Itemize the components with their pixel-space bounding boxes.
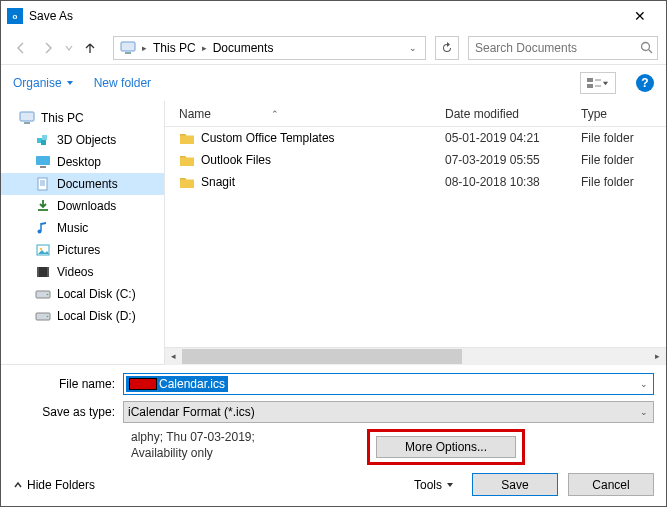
calendar-info-text: alphy; Thu 07-03-2019; Availability only bbox=[131, 429, 351, 461]
file-type: File folder bbox=[581, 153, 666, 167]
tree-item-label: Local Disk (C:) bbox=[57, 287, 136, 301]
tree-item[interactable]: Local Disk (D:) bbox=[1, 305, 164, 327]
tree-item[interactable]: Desktop bbox=[1, 151, 164, 173]
tree-item-label: Music bbox=[57, 221, 88, 235]
pictures-icon bbox=[35, 242, 51, 258]
column-type[interactable]: Type bbox=[581, 107, 666, 121]
scroll-left-button[interactable]: ◂ bbox=[165, 348, 182, 365]
chevron-down-icon bbox=[602, 80, 609, 87]
address-dropdown-icon[interactable]: ⌄ bbox=[403, 43, 423, 53]
horizontal-scrollbar[interactable]: ◂ ▸ bbox=[165, 347, 666, 364]
up-button[interactable] bbox=[78, 36, 102, 60]
tree-item[interactable]: Videos bbox=[1, 261, 164, 283]
file-date: 07-03-2019 05:55 bbox=[445, 153, 581, 167]
view-mode-button[interactable] bbox=[580, 72, 616, 94]
column-headers: Name ⌃ Date modified Type bbox=[165, 101, 666, 127]
command-toolbar: Organise New folder ? bbox=[1, 65, 666, 101]
window-title: Save As bbox=[29, 9, 620, 23]
chevron-down-icon bbox=[446, 481, 454, 489]
folder-icon bbox=[179, 175, 195, 189]
breadcrumb-seg[interactable]: Documents bbox=[209, 37, 278, 59]
svg-rect-7 bbox=[587, 84, 593, 88]
disk-icon bbox=[35, 308, 51, 324]
chevron-down-icon[interactable]: ⌄ bbox=[635, 402, 653, 422]
forward-button[interactable] bbox=[36, 36, 60, 60]
documents-icon bbox=[35, 176, 51, 192]
chevron-up-icon bbox=[13, 480, 23, 490]
tree-item[interactable]: Music bbox=[1, 217, 164, 239]
pc-icon bbox=[116, 37, 140, 59]
search-input[interactable] bbox=[473, 40, 640, 56]
svg-rect-3 bbox=[125, 52, 131, 54]
scroll-track[interactable] bbox=[182, 348, 649, 365]
svg-point-24 bbox=[40, 248, 43, 251]
close-button[interactable]: ✕ bbox=[620, 8, 660, 24]
file-name: Custom Office Templates bbox=[201, 131, 335, 145]
hide-folders-button[interactable]: Hide Folders bbox=[13, 478, 95, 492]
tree-item-label: Documents bbox=[57, 177, 118, 191]
tree-item-label: Pictures bbox=[57, 243, 100, 257]
filename-input[interactable]: Calendar.ics ⌄ bbox=[123, 373, 654, 395]
tree-item-label: Videos bbox=[57, 265, 93, 279]
help-button[interactable]: ? bbox=[636, 74, 654, 92]
tree-root-this-pc[interactable]: This PC bbox=[1, 107, 164, 129]
tree-item[interactable]: 3D Objects bbox=[1, 129, 164, 151]
sort-asc-icon: ⌃ bbox=[271, 109, 279, 119]
tree-item-label: Local Disk (D:) bbox=[57, 309, 136, 323]
form-area: File name: Calendar.ics ⌄ Save as type: … bbox=[1, 365, 666, 465]
new-folder-button[interactable]: New folder bbox=[94, 76, 151, 90]
svg-rect-6 bbox=[587, 78, 593, 82]
file-row[interactable]: Custom Office Templates05-01-2019 04:21F… bbox=[165, 127, 666, 149]
svg-rect-14 bbox=[41, 140, 46, 145]
filename-label: File name: bbox=[13, 377, 123, 391]
save-button[interactable]: Save bbox=[472, 473, 558, 496]
svg-rect-15 bbox=[36, 156, 50, 165]
file-type: File folder bbox=[581, 131, 666, 145]
highlight-box: More Options... bbox=[367, 429, 525, 465]
footer: Hide Folders Tools Save Cancel bbox=[1, 465, 666, 506]
search-box[interactable] bbox=[468, 36, 658, 60]
chevron-right-icon[interactable]: ▸ bbox=[140, 43, 149, 53]
chevron-down-icon bbox=[66, 79, 74, 87]
search-icon bbox=[640, 41, 653, 54]
refresh-button[interactable] bbox=[435, 36, 459, 60]
tree-item[interactable]: Local Disk (C:) bbox=[1, 283, 164, 305]
file-area: Name ⌃ Date modified Type Custom Office … bbox=[164, 101, 666, 364]
scroll-right-button[interactable]: ▸ bbox=[649, 348, 666, 365]
type-label: Save as type: bbox=[13, 405, 123, 419]
svg-rect-27 bbox=[47, 267, 49, 277]
save-type-combo[interactable]: iCalendar Format (*.ics) ⌄ bbox=[123, 401, 654, 423]
chevron-down-icon[interactable]: ⌄ bbox=[635, 374, 653, 394]
file-row[interactable]: Snagit08-10-2018 10:38File folder bbox=[165, 171, 666, 193]
svg-point-29 bbox=[47, 294, 49, 296]
pc-icon bbox=[19, 110, 35, 126]
breadcrumb-seg[interactable]: This PC bbox=[149, 37, 200, 59]
tree-item[interactable]: Pictures bbox=[1, 239, 164, 261]
svg-text:o: o bbox=[13, 12, 18, 21]
address-bar[interactable]: ▸ This PC ▸ Documents ⌄ bbox=[113, 36, 426, 60]
tree-item[interactable]: Downloads bbox=[1, 195, 164, 217]
videos-icon bbox=[35, 264, 51, 280]
scroll-thumb[interactable] bbox=[182, 349, 462, 364]
folder-icon bbox=[179, 153, 195, 167]
svg-rect-2 bbox=[121, 42, 135, 51]
folder-icon bbox=[179, 131, 195, 145]
file-date: 05-01-2019 04:21 bbox=[445, 131, 581, 145]
tools-menu[interactable]: Tools bbox=[414, 478, 454, 492]
svg-rect-26 bbox=[37, 267, 39, 277]
column-date[interactable]: Date modified bbox=[445, 107, 581, 121]
chevron-right-icon[interactable]: ▸ bbox=[200, 43, 209, 53]
more-options-button[interactable]: More Options... bbox=[376, 436, 516, 458]
file-row[interactable]: Outlook Files07-03-2019 05:55File folder bbox=[165, 149, 666, 171]
recent-dropdown-icon[interactable] bbox=[63, 36, 75, 60]
back-button[interactable] bbox=[9, 36, 33, 60]
disk-icon bbox=[35, 286, 51, 302]
organise-menu[interactable]: Organise bbox=[13, 76, 74, 90]
cancel-button[interactable]: Cancel bbox=[568, 473, 654, 496]
tree-item-label: Downloads bbox=[57, 199, 116, 213]
column-name[interactable]: Name ⌃ bbox=[165, 107, 445, 121]
svg-rect-11 bbox=[24, 122, 30, 124]
svg-point-4 bbox=[642, 43, 650, 51]
tree-item[interactable]: Documents bbox=[1, 173, 164, 195]
body: This PC 3D ObjectsDesktopDocumentsDownlo… bbox=[1, 101, 666, 365]
